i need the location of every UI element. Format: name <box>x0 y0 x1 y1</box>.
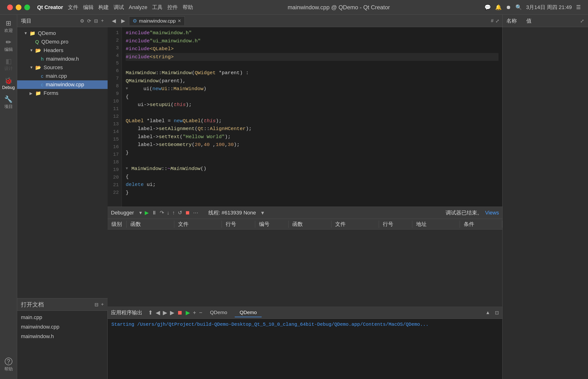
code-line-17 <box>126 157 499 165</box>
tree-item-main-cpp[interactable]: c main.cpp <box>17 72 108 80</box>
app-stop-icon[interactable]: ⏹ <box>177 309 183 316</box>
debugger-dropdown-icon[interactable]: ▾ <box>139 210 142 216</box>
tab-close-icon[interactable]: ✕ <box>178 18 181 24</box>
maximize-button[interactable] <box>24 4 30 10</box>
code-line-7: QMainWindow(parent), <box>126 77 499 85</box>
app-play-icon[interactable]: ▶ <box>170 309 174 316</box>
filter-icon[interactable]: ⚙ <box>80 18 84 24</box>
record-icon: ⏺ <box>506 4 511 11</box>
open-doc-mainwindow-cpp[interactable]: mainwindow.cpp <box>17 322 108 332</box>
code-line-5 <box>126 61 499 69</box>
col-cond: 条件 <box>460 221 502 228</box>
debugger-step-into-icon[interactable]: ↓ <box>167 210 169 216</box>
qdemo-expand-icon: ▼ <box>24 31 28 35</box>
minimize-button[interactable] <box>16 4 21 10</box>
app-debug-icon[interactable]: ▶ <box>186 309 190 316</box>
close-button[interactable] <box>7 4 13 10</box>
code-line-9: { <box>126 93 499 101</box>
editor-tab-mainwindow-cpp[interactable]: ⚙ mainwindow.cpp ✕ <box>129 16 185 25</box>
qdemo-label: QDemo <box>38 30 56 36</box>
code-line-15: label->setGeometry(20,40 ,100,30); <box>126 141 499 149</box>
debugger-step-over-icon[interactable]: ↷ <box>160 210 164 216</box>
props-col-value: 值 <box>526 17 532 25</box>
icon-sidebar: ⊞ 欢迎 ✏ 编辑 ◧ 设计 🐞 Debug 🔧 项目 ? 帮助 <box>0 15 17 379</box>
menu-edit[interactable]: 编辑 <box>83 4 94 11</box>
menu-build[interactable]: 构建 <box>98 4 109 11</box>
open-docs-header: 打开文档 ⊟ + <box>17 298 108 311</box>
menu-help[interactable]: 帮助 <box>183 4 193 11</box>
tree-item-qdemo-pro[interactable]: Q QDemo.pro <box>17 38 108 46</box>
forward-button[interactable]: ▶ <box>120 17 127 25</box>
app-output-icon1[interactable]: ⬆ <box>148 309 153 316</box>
app-float-icon[interactable]: ⊡ <box>495 310 499 316</box>
app-tab-qdemo-2[interactable]: QDemo <box>235 308 261 317</box>
open-docs-split-icon[interactable]: ⊟ <box>95 302 99 307</box>
app-tab-qdemo-1[interactable]: QDemo <box>205 308 232 317</box>
sync-icon[interactable]: ⟳ <box>87 18 91 24</box>
debugger-status: 调试器已结束。 <box>446 209 482 216</box>
app-output-header: 应用程序输出 ⬆ ◀ ▶ ▶ ⏹ ▶ + − QDemo QDemo ▲ ⊡ <box>108 306 502 319</box>
app-next-icon[interactable]: ▶ <box>163 309 167 316</box>
design-label: 设计 <box>4 66 13 71</box>
col-file: 文件 <box>174 221 222 228</box>
code-line-21: } <box>126 189 499 197</box>
search-icon[interactable]: 🔍 <box>515 4 522 11</box>
tree-item-qdemo[interactable]: ▼ 📁 QDemo <box>17 29 108 38</box>
debug-icon: 🐞 <box>4 78 13 84</box>
cpp-tab-icon: ⚙ <box>133 18 137 24</box>
debugger-more-icon[interactable]: ⋯ <box>193 210 198 216</box>
menu-tools[interactable]: 工具 <box>152 4 163 11</box>
code-content[interactable]: #include "mainwindow.h"#include "ui_main… <box>122 27 502 207</box>
app-output-content: Starting /Users/gjh/QtProject/build-QDem… <box>108 319 502 379</box>
open-doc-mainwindow-h[interactable]: mainwindow.h <box>17 332 108 341</box>
app-minus-icon[interactable]: − <box>199 309 202 316</box>
sidebar-item-design[interactable]: ◧ 设计 <box>0 55 17 74</box>
tree-item-forms[interactable]: ▶ 📁 Forms <box>17 89 108 97</box>
debugger-run-icon[interactable]: ▶ <box>145 210 149 216</box>
menu-icon[interactable]: ☰ <box>576 4 581 11</box>
wechat-icon: 💬 <box>485 4 491 11</box>
debugger-lineno-dropdown[interactable]: ▾ <box>261 209 264 216</box>
sidebar-item-help[interactable]: ? 帮助 <box>0 355 17 374</box>
sidebar-item-project[interactable]: 🔧 项目 <box>0 93 17 112</box>
expand-panel-icon[interactable]: + <box>101 18 104 24</box>
sources-expand-icon: ▼ <box>30 65 34 70</box>
debugger-pause-icon[interactable]: ⏸ <box>152 210 157 216</box>
tree-item-sources[interactable]: ▼ 📂 Sources <box>17 63 108 72</box>
code-line-2: #include "ui_mainwindow.h" <box>126 37 499 45</box>
tree-item-mainwindow-cpp[interactable]: c mainwindow.cpp <box>17 80 108 89</box>
expand-editor-icon[interactable]: ⤢ <box>495 18 500 24</box>
split-icon[interactable]: ⊟ <box>94 18 98 24</box>
app-plus-icon[interactable]: + <box>193 309 196 316</box>
menu-analyze[interactable]: Analyze <box>129 4 147 11</box>
debugger-table: 级别 函数 文件 行号 编号 函数 文件 行号 地址 条件 <box>108 219 502 306</box>
tree-item-mainwindow-h[interactable]: h mainwindow.h <box>17 55 108 63</box>
sidebar-item-debug[interactable]: 🐞 Debug <box>0 74 17 93</box>
app-prev-icon[interactable]: ◀ <box>156 309 160 316</box>
props-expand-icon[interactable]: ⤢ <box>580 18 584 24</box>
open-doc-main-cpp[interactable]: main.cpp <box>17 313 108 322</box>
open-docs-title: 打开文档 <box>21 301 44 308</box>
debugger-stop-icon[interactable]: ⏹ <box>185 210 190 216</box>
project-tree: ▼ 📁 QDemo Q QDemo.pro ▼ 📂 Headers <box>17 27 108 298</box>
window-title: mainwindow.cpp @ QDemo - Qt Creator <box>287 4 390 11</box>
design-icon: ◧ <box>5 58 12 65</box>
app-collapse-icon[interactable]: ▲ <box>485 310 490 315</box>
open-docs-expand-icon[interactable]: + <box>101 302 104 307</box>
debugger-views[interactable]: Views <box>485 210 499 216</box>
debugger-step-out-icon[interactable]: ↑ <box>172 210 175 216</box>
menu-debug[interactable]: 调试 <box>114 4 124 11</box>
back-button[interactable]: ◀ <box>110 17 117 25</box>
pro-file-label: QDemo.pro <box>41 39 68 45</box>
code-line-18: ▼MainWindow::~MainWindow() <box>126 165 499 173</box>
tree-item-headers[interactable]: ▼ 📂 Headers <box>17 46 108 55</box>
notification-icon: 🔔 <box>495 4 502 11</box>
code-line-4: #include <string> <box>126 53 499 61</box>
sidebar-item-welcome[interactable]: ⊞ 欢迎 <box>0 17 17 36</box>
code-line-12: QLabel *label = new QLabel(this); <box>126 117 499 125</box>
menu-controls[interactable]: 控件 <box>167 4 178 11</box>
debugger-restart-icon[interactable]: ↺ <box>178 210 182 216</box>
cpp-file-icon: c <box>41 74 43 79</box>
menu-file[interactable]: 文件 <box>68 4 78 11</box>
sidebar-item-edit[interactable]: ✏ 编辑 <box>0 36 17 55</box>
